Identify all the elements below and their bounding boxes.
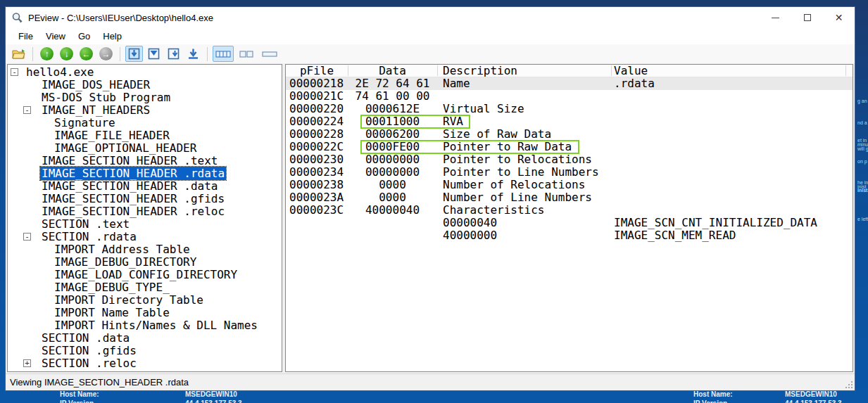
tree-item[interactable]: IMAGE_FILE_HEADER	[8, 129, 282, 142]
tree-item-label[interactable]: IMAGE_FILE_HEADER	[53, 129, 171, 142]
tree-item-label[interactable]: IMAGE_SECTION_HEADER .rdata	[40, 167, 226, 180]
tree-item[interactable]: SECTION .gfids	[8, 345, 282, 357]
tree-item-label[interactable]: IMAGE_DEBUG_DIRECTORY	[53, 255, 198, 269]
tree-item[interactable]: IMPORT Name Table	[8, 307, 282, 319]
layout-one-pane-button[interactable]	[259, 46, 280, 62]
menu-file[interactable]: File	[12, 30, 39, 44]
table-row[interactable]: 40000000IMAGE_SCN_MEM_READ	[286, 229, 853, 242]
table-row[interactable]: 00000040IMAGE_SCN_CNT_INITIALIZED_DATA	[286, 217, 853, 229]
title-bar[interactable]: PEview - C:\Users\IEUser\Desktop\hello4.…	[6, 7, 855, 28]
box-down-arrow-icon	[128, 48, 140, 60]
tree-item[interactable]: IMPORT Address Table	[8, 243, 282, 256]
tree-item-label[interactable]: IMAGE_DEBUG_TYPE_	[53, 281, 171, 294]
column-header-pfile[interactable]: pFile	[286, 65, 348, 77]
tree-item[interactable]: SECTION .text	[8, 218, 282, 231]
tree-item[interactable]: IMPORT Hints/Names & DLL Names	[8, 319, 282, 332]
tree-item[interactable]: IMAGE_SECTION_HEADER .gfids	[8, 193, 282, 205]
menu-go[interactable]: Go	[72, 30, 96, 44]
resize-grip-icon[interactable]	[844, 380, 853, 388]
tree-item[interactable]: SECTION .data	[8, 332, 282, 345]
table-row[interactable]: 0000022C0000FE00Pointer to Raw Data	[286, 141, 853, 153]
tree-item[interactable]: -hello4.exe	[8, 66, 282, 79]
nav-up-button[interactable]: ↑	[38, 46, 56, 62]
tree-item-label[interactable]: SECTION .rdata	[40, 230, 138, 243]
layout-two-pane-button[interactable]	[236, 46, 257, 62]
tree-item[interactable]: IMAGE_DEBUG_DIRECTORY	[8, 256, 282, 269]
tree-item[interactable]: IMAGE_OPTIONAL_HEADER	[8, 142, 282, 155]
tree-item[interactable]: +SECTION .reloc	[8, 357, 282, 370]
tree-item-label[interactable]: IMAGE_DOS_HEADER	[40, 78, 151, 91]
table-row[interactable]: 0000023A0000Number of Line Numbers	[286, 191, 853, 204]
maximize-button[interactable]	[791, 7, 823, 28]
column-divider[interactable]	[348, 65, 348, 76]
tree-item-label[interactable]: MS-DOS Stub Program	[40, 91, 172, 104]
tree-item-label[interactable]: hello4.exe	[25, 65, 95, 79]
tree-item[interactable]: -IMAGE_NT_HEADERS	[8, 104, 282, 117]
data-view-word-button[interactable]	[145, 46, 163, 62]
open-file-button[interactable]	[10, 46, 27, 62]
tree-item-label[interactable]: IMAGE_SECTION_HEADER .gfids	[40, 192, 226, 205]
nav-forward-button[interactable]: →	[97, 46, 115, 62]
tree-item-label[interactable]: SECTION .gfids	[40, 344, 138, 357]
table-row[interactable]: 0000021C74 61 00 00	[286, 90, 853, 103]
tree-item[interactable]: IMAGE_DEBUG_TYPE_	[8, 281, 282, 294]
tree-item-label[interactable]: SECTION .text	[40, 217, 131, 231]
tree-item-label[interactable]: IMAGE_SECTION_HEADER .reloc	[40, 205, 226, 218]
tree-item[interactable]: IMAGE_LOAD_CONFIG_DIRECTORY	[8, 269, 282, 281]
table-row[interactable]: 0000023C40000040Characteristics	[286, 204, 853, 217]
tree-item-label[interactable]: IMAGE_SECTION_HEADER .data	[40, 179, 219, 193]
column-header-value[interactable]: Value	[611, 65, 648, 77]
table-row[interactable]: 0000022800006200Size of Raw Data	[286, 128, 853, 141]
tree-item-label[interactable]: IMPORT Address Table	[53, 243, 191, 256]
menu-help[interactable]: Help	[96, 30, 128, 44]
table-row[interactable]: 000002200000612EVirtual Size	[286, 103, 853, 115]
data-view-dword-button[interactable]	[165, 46, 182, 62]
column-header-data[interactable]: Data	[348, 65, 437, 77]
expand-plus-icon[interactable]: +	[23, 359, 31, 367]
tree-item-label[interactable]: IMAGE_NT_HEADERS	[40, 103, 151, 117]
tree-item[interactable]: -SECTION .rdata	[8, 231, 282, 243]
table-row[interactable]: 0000022400011000RVA	[286, 115, 853, 128]
tree-item-label[interactable]: IMPORT Hints/Names & DLL Names	[53, 319, 259, 332]
table-row[interactable]: 000002380000Number of Relocations	[286, 179, 853, 191]
collapse-minus-icon[interactable]: -	[11, 68, 18, 76]
menu-view[interactable]: View	[39, 30, 72, 44]
table-row[interactable]: 0000023000000000Pointer to Relocations	[286, 153, 853, 166]
tree-item-label[interactable]: IMAGE_SECTION_HEADER .text	[40, 154, 219, 167]
column-divider[interactable]	[845, 65, 846, 76]
table-row[interactable]: 000002182E 72 64 61Name.rdata	[286, 77, 853, 90]
minimize-button[interactable]	[760, 7, 791, 28]
nav-down-button[interactable]: ↓	[58, 46, 75, 62]
table-cell: Size of Raw Data	[437, 128, 611, 141]
table-cell: 00000238	[286, 179, 348, 191]
column-divider[interactable]	[611, 65, 612, 76]
tree-item-label[interactable]: IMPORT Directory Table	[53, 293, 205, 307]
tree-item-label[interactable]: Signature	[53, 116, 117, 129]
tree-item[interactable]: IMAGE_SECTION_HEADER .data	[8, 180, 282, 193]
data-view-qword-button[interactable]	[184, 46, 202, 62]
layout-raw-button[interactable]	[213, 46, 234, 62]
nav-back-button[interactable]: ←	[77, 46, 95, 62]
tree-item-label[interactable]: IMAGE_OPTIONAL_HEADER	[53, 141, 198, 155]
data-view-byte-button[interactable]	[125, 46, 143, 62]
tree-item[interactable]: MS-DOS Stub Program	[8, 91, 282, 104]
tree-item-label[interactable]: SECTION .data	[40, 331, 131, 345]
table-cell: Number of Relocations	[437, 179, 611, 191]
tree-item[interactable]: IMAGE_SECTION_HEADER .rdata	[8, 167, 282, 180]
desktop: { "window": { "title": "PEview - C:\\Use…	[0, 0, 868, 403]
collapse-minus-icon[interactable]: -	[23, 106, 31, 114]
tree-item[interactable]: IMAGE_SECTION_HEADER .reloc	[8, 205, 282, 218]
tree-item[interactable]: IMAGE_DOS_HEADER	[8, 79, 282, 91]
column-divider[interactable]	[437, 65, 438, 76]
tree-item-label[interactable]: IMPORT Name Table	[53, 306, 171, 319]
close-button[interactable]: ✕	[823, 7, 855, 28]
tree-item[interactable]: IMPORT Directory Table	[8, 294, 282, 307]
tree-item-label[interactable]: IMAGE_LOAD_CONFIG_DIRECTORY	[53, 268, 239, 281]
table-row[interactable]: 0000023400000000Pointer to Line Numbers	[286, 166, 853, 179]
right-arrow-icon: →	[99, 47, 113, 60]
tree-item[interactable]: IMAGE_SECTION_HEADER .text	[8, 155, 282, 167]
collapse-minus-icon[interactable]: -	[23, 233, 31, 241]
tree-item-label[interactable]: SECTION .reloc	[40, 357, 138, 370]
column-header-description[interactable]: Description	[437, 65, 611, 77]
tree-item[interactable]: Signature	[8, 117, 282, 129]
